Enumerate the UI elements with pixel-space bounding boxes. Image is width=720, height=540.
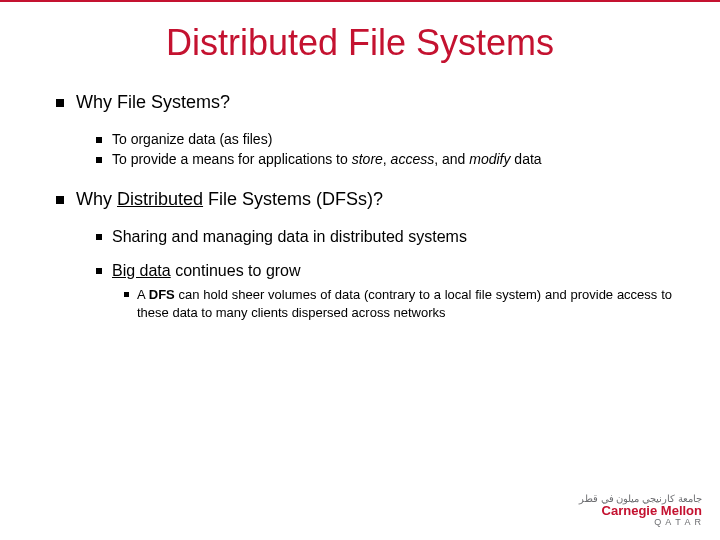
text-fragment: A [137,287,149,302]
slide-title: Distributed File Systems [0,22,720,64]
text-fragment: can hold sheer volumes of data (contrary… [137,287,672,320]
list-item: To organize data (as files) [96,131,672,147]
text-emphasis: access [391,151,435,167]
text-emphasis: store [352,151,383,167]
text-fragment: , and [434,151,469,167]
text-fragment: continues to grow [171,262,301,279]
square-bullet-icon [56,196,64,204]
square-bullet-icon [96,137,102,143]
text-bold: DFS [149,287,175,302]
square-bullet-icon [124,292,129,297]
text-fragment: Why [76,189,117,209]
text-fragment: data [510,151,541,167]
square-bullet-icon [56,99,64,107]
university-logo: جامعة كارنيجي ميلون في قطر Carnegie Mell… [579,493,702,528]
section1-heading: Why File Systems? [76,92,230,113]
square-bullet-icon [96,234,102,240]
logo-location: Q A T A R [579,518,702,528]
square-bullet-icon [96,157,102,163]
item-text: To organize data (as files) [112,131,272,147]
list-item: Sharing and managing data in distributed… [96,228,672,246]
item-text: To provide a means for applications to s… [112,151,542,167]
header-accent-line [0,0,720,2]
text-emphasis: modify [469,151,510,167]
text-fragment: , [383,151,391,167]
item-text: Big data continues to grow [112,262,301,280]
list-item: A DFS can hold sheer volumes of data (co… [124,286,672,321]
square-bullet-icon [96,268,102,274]
text-fragment: File Systems (DFSs)? [203,189,383,209]
item-text: A DFS can hold sheer volumes of data (co… [137,286,672,321]
text-underline: Distributed [117,189,203,209]
item-text: Sharing and managing data in distributed… [112,228,467,246]
section-why-fs: Why File Systems? To organize data (as f… [56,92,672,167]
section2-heading: Why Distributed File Systems (DFSs)? [76,189,383,210]
list-item: Big data continues to grow A DFS can hol… [96,262,672,321]
slide-content: Why File Systems? To organize data (as f… [0,92,720,321]
text-fragment: To provide a means for applications to [112,151,352,167]
text-underline: Big data [112,262,171,279]
section-why-dfs: Why Distributed File Systems (DFSs)? Sha… [56,189,672,321]
logo-name: Carnegie Mellon [579,504,702,518]
list-item: To provide a means for applications to s… [96,151,672,167]
